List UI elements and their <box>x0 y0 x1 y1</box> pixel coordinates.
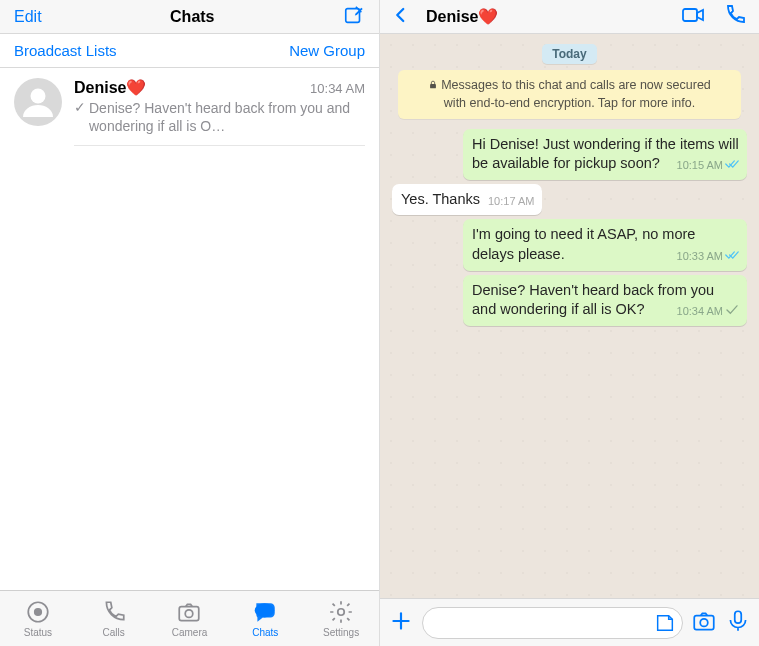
svg-point-3 <box>35 609 42 616</box>
message-time: 10:34 AM <box>677 304 723 319</box>
outgoing-message-bubble[interactable]: I'm going to need it ASAP, no more delay… <box>463 219 747 270</box>
chats-title: Chats <box>170 8 214 26</box>
svg-point-7 <box>338 609 345 616</box>
conversation-panel: Denise❤️ Today Messages to this chat and… <box>380 0 759 646</box>
chats-list-panel: Edit Chats Broadcast Lists New Group Den… <box>0 0 380 646</box>
message-meta: 10:33 AM <box>677 249 739 264</box>
message-input[interactable] <box>422 607 683 639</box>
read-ticks-icon <box>725 158 739 173</box>
message-row: Yes. Thanks10:17 AM <box>392 184 747 216</box>
message-row: Hi Denise! Just wondering if the items w… <box>392 129 747 180</box>
lock-icon <box>428 78 438 95</box>
back-button[interactable] <box>392 6 410 28</box>
message-row: I'm going to need it ASAP, no more delay… <box>392 219 747 270</box>
tab-calls-label: Calls <box>103 627 125 638</box>
chats-subheader: Broadcast Lists New Group <box>0 34 379 68</box>
svg-point-1 <box>31 89 46 104</box>
svg-rect-4 <box>180 607 200 621</box>
message-meta: 10:17 AM <box>488 194 534 209</box>
status-tick-icon: ✓ <box>74 99 86 115</box>
tab-camera-label: Camera <box>172 627 208 638</box>
chat-info: Denise❤️ 10:34 AM ✓ Denise? Haven't hear… <box>74 78 365 146</box>
sticker-icon[interactable] <box>654 612 676 638</box>
avatar <box>14 78 62 126</box>
conversation-body[interactable]: Today Messages to this chat and calls ar… <box>380 34 759 598</box>
tab-chats-label: Chats <box>252 627 278 638</box>
tab-status[interactable]: Status <box>0 591 76 646</box>
tab-chats[interactable]: Chats <box>227 591 303 646</box>
date-badge: Today <box>542 44 596 64</box>
tab-status-label: Status <box>24 627 52 638</box>
microphone-icon[interactable] <box>725 608 751 638</box>
outgoing-message-bubble[interactable]: Denise? Haven't heard back from you and … <box>463 275 747 326</box>
message-text: Yes. Thanks <box>401 191 480 207</box>
message-row: Denise? Haven't heard back from you and … <box>392 275 747 326</box>
attach-button[interactable] <box>388 608 414 638</box>
conversation-title[interactable]: Denise❤️ <box>426 7 671 26</box>
compose-icon[interactable] <box>343 4 365 30</box>
incoming-message-bubble[interactable]: Yes. Thanks10:17 AM <box>392 184 542 216</box>
chats-navbar: Edit Chats <box>0 0 379 34</box>
svg-rect-14 <box>735 611 742 623</box>
sent-tick-icon <box>725 304 739 319</box>
tab-settings[interactable]: Settings <box>303 591 379 646</box>
encryption-notice-text: Messages to this chat and calls are now … <box>441 78 711 110</box>
read-ticks-icon <box>725 249 739 264</box>
broadcast-lists-link[interactable]: Broadcast Lists <box>14 42 117 59</box>
edit-button[interactable]: Edit <box>14 8 42 26</box>
message-time: 10:15 AM <box>677 158 723 173</box>
outgoing-message-bubble[interactable]: Hi Denise! Just wondering if the items w… <box>463 129 747 180</box>
tab-camera[interactable]: Camera <box>152 591 228 646</box>
message-meta: 10:34 AM <box>677 304 739 319</box>
tab-settings-label: Settings <box>323 627 359 638</box>
tabbar: Status Calls Camera Chats Settings <box>0 590 379 646</box>
camera-icon[interactable] <box>691 608 717 638</box>
voice-call-icon[interactable] <box>723 3 747 31</box>
chat-time: 10:34 AM <box>310 81 365 96</box>
svg-point-6 <box>255 603 275 617</box>
chat-list: Denise❤️ 10:34 AM ✓ Denise? Haven't hear… <box>0 68 379 590</box>
message-text: I'm going to need it ASAP, no more delay… <box>472 226 695 262</box>
svg-point-5 <box>186 610 194 618</box>
chat-name: Denise❤️ <box>74 78 146 97</box>
svg-rect-9 <box>430 84 436 88</box>
svg-point-13 <box>700 618 708 626</box>
message-time: 10:33 AM <box>677 249 723 264</box>
svg-rect-12 <box>694 615 714 629</box>
svg-rect-0 <box>346 8 360 22</box>
message-time: 10:17 AM <box>488 194 534 209</box>
svg-rect-8 <box>683 9 697 21</box>
message-input-bar <box>380 598 759 646</box>
conversation-navbar: Denise❤️ <box>380 0 759 34</box>
chat-list-item[interactable]: Denise❤️ 10:34 AM ✓ Denise? Haven't hear… <box>0 68 379 158</box>
video-call-icon[interactable] <box>681 3 705 31</box>
message-meta: 10:15 AM <box>677 158 739 173</box>
tab-calls[interactable]: Calls <box>76 591 152 646</box>
encryption-notice[interactable]: Messages to this chat and calls are now … <box>398 70 741 119</box>
new-group-link[interactable]: New Group <box>289 42 365 59</box>
chat-preview: Denise? Haven't heard back from you and … <box>89 99 365 135</box>
